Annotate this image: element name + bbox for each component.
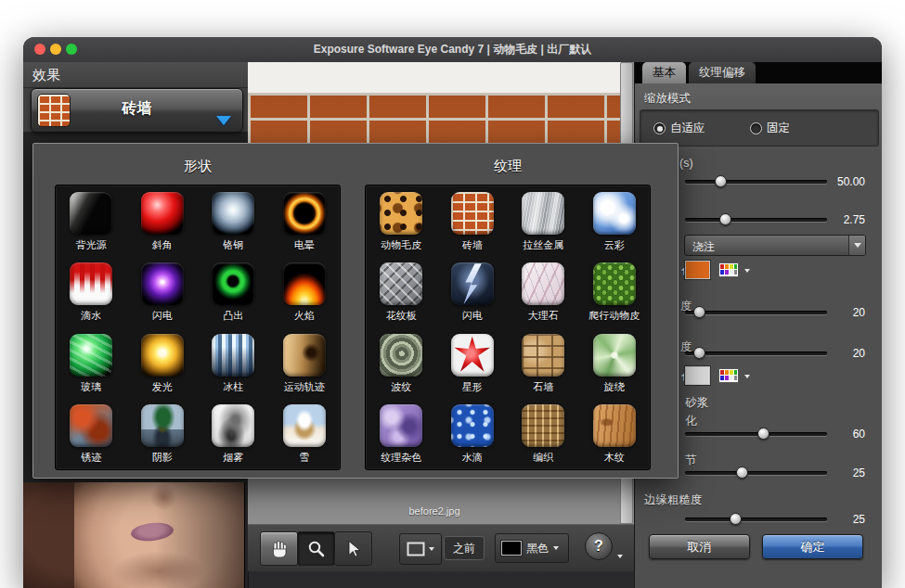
- shape-item-extrude[interactable]: 凸出: [198, 257, 269, 328]
- effect-item-label: 砖墙: [462, 238, 483, 252]
- effect-selector-dropdown[interactable]: 砖墙: [31, 88, 243, 133]
- stone-wall-icon: [522, 334, 564, 377]
- texture-item-brushed-metal[interactable]: 拉丝金属: [508, 185, 579, 257]
- app-window: Exposure Software Eye Candy 7 | 动物毛皮 | 出…: [23, 37, 882, 588]
- effect-selector-label: 砖墙: [32, 99, 242, 119]
- background-color-dropdown[interactable]: 黑色: [495, 533, 569, 563]
- slider-5[interactable]: [685, 432, 827, 436]
- texture-item-weave[interactable]: 编织: [508, 399, 579, 470]
- effect-item-label: 石墙: [533, 380, 553, 394]
- diamond-plate-icon: [380, 262, 422, 305]
- texture-item-noise[interactable]: 纹理杂色: [366, 399, 437, 470]
- fire-icon: [283, 262, 326, 305]
- texture-item-fur[interactable]: 动物毛皮: [366, 185, 437, 257]
- help-button[interactable]: ?: [585, 532, 613, 560]
- slider-thumb[interactable]: [736, 467, 748, 479]
- shape-item-lightning[interactable]: 闪电: [127, 257, 199, 328]
- rectangle-icon: [407, 542, 425, 556]
- chevron-down-icon[interactable]: [744, 269, 750, 273]
- texture-item-wood[interactable]: 木纹: [579, 399, 651, 470]
- effect-item-label: 发光: [152, 380, 173, 394]
- shape-item-drip[interactable]: 滴水: [56, 257, 127, 328]
- slider-thumb[interactable]: [715, 175, 727, 187]
- texture-item-stone-wall[interactable]: 石墙: [508, 327, 579, 399]
- ok-button[interactable]: 确定: [762, 534, 863, 559]
- color-name-label: 黑色: [526, 541, 549, 556]
- effect-item-label: 阴影: [152, 451, 173, 465]
- pattern-dropdown-value: 浇注: [692, 239, 715, 255]
- slider-6-value: 25: [832, 467, 865, 479]
- cancel-button[interactable]: 取消: [649, 534, 750, 559]
- tab-basic[interactable]: 基本: [642, 62, 686, 83]
- window-title: Exposure Software Eye Candy 7 | 动物毛皮 | 出…: [23, 37, 882, 62]
- tab-texture-offset[interactable]: 纹理偏移: [689, 62, 756, 83]
- slider-2[interactable]: [685, 218, 827, 222]
- effect-item-label: 闪电: [152, 309, 173, 323]
- select-tool-button[interactable]: [334, 531, 372, 566]
- texture-item-ripples[interactable]: 波纹: [366, 327, 437, 399]
- slider-row-size: 50.00: [685, 175, 871, 188]
- shape-item-icicles[interactable]: 冰柱: [198, 327, 269, 399]
- shape-item-glass[interactable]: 玻璃: [56, 327, 127, 399]
- texture-item-diamond-plate[interactable]: 花纹板: [366, 257, 437, 328]
- slider-thumb[interactable]: [757, 428, 769, 440]
- slider-thumb[interactable]: [693, 306, 705, 318]
- size-slider[interactable]: [685, 180, 827, 184]
- shape-item-fire[interactable]: 火焰: [269, 257, 341, 328]
- mortar-color-swatch[interactable]: [685, 366, 710, 385]
- hand-tool-button[interactable]: [260, 531, 298, 566]
- slider-thumb[interactable]: [730, 513, 742, 525]
- slider-3[interactable]: [685, 311, 827, 314]
- brick-color-swatch[interactable]: [685, 261, 710, 279]
- star-icon: [451, 334, 494, 377]
- titlebar: Exposure Software Eye Candy 7 | 动物毛皮 | 出…: [23, 37, 882, 63]
- selection-shape-dropdown[interactable]: [399, 533, 442, 565]
- slider-thumb[interactable]: [693, 347, 705, 359]
- rust-icon: [70, 404, 112, 447]
- shape-item-chrome[interactable]: 铬钢: [198, 185, 269, 257]
- before-view-button[interactable]: 之前: [444, 536, 485, 560]
- clouds-icon: [593, 192, 636, 235]
- zoom-tool-button[interactable]: [297, 531, 335, 566]
- snow-icon: [283, 404, 326, 447]
- shape-item-rust[interactable]: 锈迹: [56, 399, 127, 470]
- shape-item-motion-trail[interactable]: 运动轨迹: [269, 327, 341, 399]
- slider-thumb[interactable]: [719, 213, 731, 225]
- texture-item-reptile[interactable]: 爬行动物皮: [579, 257, 651, 328]
- shape-item-corona[interactable]: 电晕: [269, 185, 341, 257]
- settings-tabbar: 基本 纹理偏移: [635, 62, 882, 83]
- texture-item-lightning-tex[interactable]: 闪电: [437, 257, 509, 328]
- texture-item-water-drops[interactable]: 水滴: [437, 399, 509, 470]
- photo-shadow-edge: [156, 482, 244, 588]
- toolbar-overflow-chevron-icon[interactable]: [617, 555, 623, 558]
- dropdown-arrow-button[interactable]: [848, 236, 865, 255]
- source-photo-preview[interactable]: [23, 482, 245, 588]
- edge-roughness-slider[interactable]: [685, 518, 827, 521]
- radio-fixed[interactable]: [750, 122, 762, 134]
- texture-item-clouds[interactable]: 云彩: [579, 185, 651, 257]
- magnifier-icon: [306, 539, 327, 559]
- effect-item-label: 火焰: [294, 309, 315, 323]
- slider-row-2: 2.75: [685, 213, 871, 226]
- palette-icon[interactable]: [718, 368, 739, 387]
- chevron-down-icon[interactable]: [744, 375, 750, 378]
- pattern-dropdown[interactable]: 浇注: [684, 235, 866, 256]
- slider-row-3: 20: [685, 306, 871, 319]
- effect-item-label: 花纹板: [386, 309, 417, 323]
- shape-item-bevel[interactable]: 斜角: [127, 185, 199, 257]
- shape-item-backlight[interactable]: 背光源: [56, 185, 127, 257]
- slider-row-6: 25: [685, 467, 871, 479]
- effect-item-label: 纹理杂色: [381, 451, 421, 465]
- shape-item-shadow[interactable]: 阴影: [127, 399, 199, 470]
- radio-adaptive[interactable]: [653, 122, 666, 134]
- texture-item-swirl[interactable]: 旋绕: [579, 327, 651, 399]
- texture-item-brick[interactable]: 砖墙: [437, 185, 509, 257]
- shape-item-glow[interactable]: 发光: [127, 327, 199, 399]
- texture-item-star[interactable]: 星形: [437, 327, 509, 399]
- slider-6[interactable]: [685, 471, 827, 475]
- texture-item-marble[interactable]: 大理石: [508, 257, 579, 328]
- shape-item-smoke[interactable]: 烟雾: [198, 399, 269, 470]
- slider-4[interactable]: [685, 352, 827, 355]
- palette-icon[interactable]: [718, 262, 739, 281]
- shape-item-snow[interactable]: 雪: [269, 399, 341, 470]
